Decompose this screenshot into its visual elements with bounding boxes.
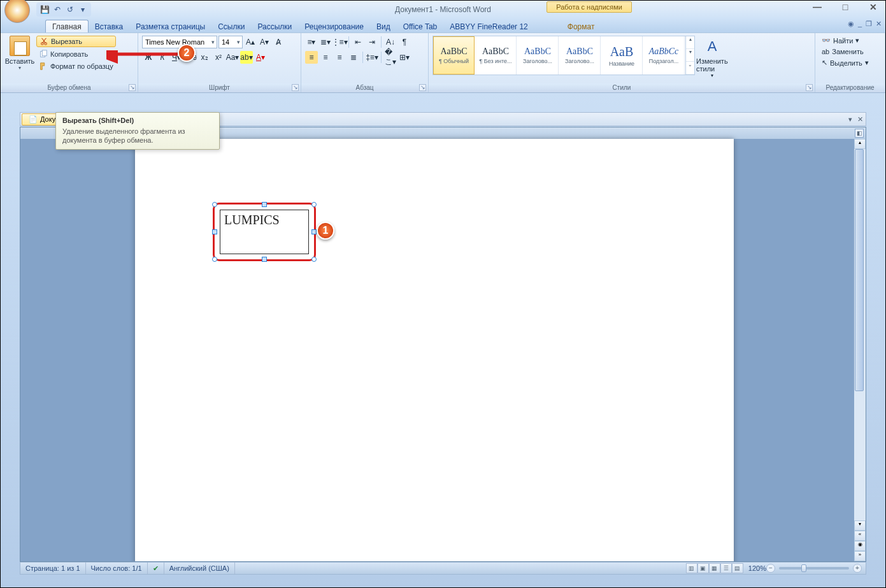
tab-home[interactable]: Главная	[45, 20, 89, 32]
shading-icon[interactable]: �こ▾	[384, 51, 397, 64]
mdi-minimize-icon[interactable]: _	[858, 20, 862, 28]
page[interactable]: LUMPICS	[135, 139, 734, 562]
textbox[interactable]: LUMPICS	[220, 210, 309, 254]
tab-page-layout[interactable]: Разметка страницы	[129, 20, 211, 32]
mdi-restore-icon[interactable]: ❐	[866, 20, 872, 28]
copy-button[interactable]: Копировать	[36, 49, 116, 59]
style-title[interactable]: AaBНазвание	[601, 36, 643, 75]
tabstrip-dropdown-icon[interactable]: ▾	[848, 115, 852, 124]
clear-formatting-icon[interactable]: A̷	[272, 36, 285, 48]
paragraph-dialog-launcher[interactable]: ↘	[419, 84, 426, 91]
textbox-content[interactable]: LUMPICS	[220, 210, 308, 230]
tab-insert[interactable]: Вставка	[89, 20, 130, 32]
replace-button[interactable]: abЗаменить	[819, 47, 871, 56]
vertical-scrollbar[interactable]: ▴ ▾ « ◉ »	[854, 139, 866, 561]
tab-view[interactable]: Вид	[370, 20, 397, 32]
view-web-icon[interactable]: ▦	[709, 563, 720, 573]
maximize-button[interactable]: □	[837, 2, 854, 12]
zoom-level[interactable]: 120%	[748, 564, 766, 572]
redo-icon[interactable]: ↺	[64, 4, 76, 15]
font-color-icon[interactable]: A▾	[254, 51, 267, 64]
view-draft-icon[interactable]: ▤	[732, 563, 743, 573]
gallery-up-icon[interactable]: ▴	[686, 36, 694, 49]
tab-office-tab[interactable]: Office Tab	[397, 20, 444, 32]
tabstrip-close-icon[interactable]: ✕	[857, 115, 863, 124]
paste-icon[interactable]	[10, 36, 30, 56]
find-button[interactable]: 👓Найти▾	[819, 36, 871, 45]
close-button[interactable]: ✕	[865, 2, 882, 12]
line-spacing-icon[interactable]: ‡≡▾	[366, 51, 378, 64]
status-page[interactable]: Страница: 1 из 1	[20, 563, 86, 574]
textbox-selection[interactable]: LUMPICS	[213, 203, 316, 261]
borders-icon[interactable]: ⊞▾	[398, 51, 411, 64]
subscript-icon[interactable]: x₂	[198, 51, 211, 64]
resize-handle[interactable]	[311, 229, 317, 234]
status-word-count[interactable]: Число слов: 1/1	[86, 563, 148, 574]
tab-abbyy[interactable]: ABBYY FineReader 12	[443, 20, 534, 32]
grow-font-icon[interactable]: A▴	[244, 36, 257, 48]
zoom-out-button[interactable]: −	[766, 564, 775, 573]
resize-handle[interactable]	[311, 202, 317, 207]
select-button[interactable]: ↖Выделить▾	[819, 58, 871, 68]
zoom-slider[interactable]	[779, 567, 849, 570]
bullets-icon[interactable]: ≡▾	[305, 36, 318, 48]
align-center-icon[interactable]: ≡	[319, 51, 332, 64]
mdi-close-icon[interactable]: ✕	[876, 20, 882, 28]
tab-review[interactable]: Рецензирование	[298, 20, 370, 32]
browse-object-icon[interactable]: ◉	[854, 541, 866, 551]
paste-button[interactable]: Вставить	[5, 57, 35, 65]
style-heading2[interactable]: AaBbCЗаголово...	[559, 36, 601, 75]
help-icon[interactable]: ◉	[848, 20, 854, 28]
tab-format[interactable]: Формат	[561, 20, 601, 32]
resize-handle[interactable]	[212, 202, 217, 207]
resize-handle[interactable]	[311, 257, 317, 262]
scroll-thumb[interactable]	[855, 149, 864, 391]
ruler-toggle-icon[interactable]: ◧	[855, 129, 864, 138]
resize-handle[interactable]	[262, 257, 267, 262]
next-page-icon[interactable]: »	[854, 551, 866, 561]
status-proofing[interactable]: ✔	[148, 563, 164, 574]
justify-icon[interactable]: ≣	[347, 51, 360, 64]
zoom-in-button[interactable]: +	[853, 564, 862, 573]
status-language[interactable]: Английский (США)	[164, 563, 235, 574]
undo-icon[interactable]: ↶	[52, 4, 63, 15]
view-full-screen-icon[interactable]: ▣	[697, 563, 709, 573]
scroll-down-icon[interactable]: ▾	[854, 520, 866, 531]
format-painter-button[interactable]: Формат по образцу	[36, 61, 116, 71]
change-styles-button[interactable]: A Изменить стили ▾	[695, 36, 729, 80]
numbering-icon[interactable]: ≣▾	[319, 36, 332, 48]
style-normal[interactable]: AaBbC¶ Обычный	[433, 36, 475, 75]
view-print-layout-icon[interactable]: ▥	[686, 563, 697, 573]
view-outline-icon[interactable]: ☰	[720, 563, 732, 573]
increase-indent-icon[interactable]: ⇥	[366, 36, 378, 48]
scroll-up-icon[interactable]: ▴	[854, 139, 866, 149]
zoom-slider-thumb[interactable]	[801, 564, 806, 572]
shrink-font-icon[interactable]: A▾	[258, 36, 271, 48]
style-no-spacing[interactable]: AaBbC¶ Без инте...	[475, 36, 517, 75]
tab-references[interactable]: Ссылки	[211, 20, 251, 32]
resize-handle[interactable]	[212, 229, 217, 234]
decrease-indent-icon[interactable]: ⇤	[352, 36, 364, 48]
show-marks-icon[interactable]: ¶	[398, 36, 411, 48]
styles-dialog-launcher[interactable]: ↘	[806, 84, 813, 91]
prev-page-icon[interactable]: «	[854, 531, 866, 541]
sort-icon[interactable]: A↓	[384, 36, 397, 48]
save-icon[interactable]: 💾	[39, 4, 50, 15]
gallery-more-icon[interactable]: ⌄	[686, 62, 694, 75]
multilevel-icon[interactable]: ⋮≡▾	[333, 36, 346, 48]
resize-handle[interactable]	[262, 202, 267, 207]
align-right-icon[interactable]: ≡	[333, 51, 346, 64]
cut-button[interactable]: Вырезать	[36, 36, 116, 47]
paste-dropdown-icon[interactable]: ▾	[18, 65, 21, 71]
minimize-button[interactable]: —	[809, 2, 825, 12]
resize-handle[interactable]	[212, 257, 217, 262]
gallery-down-icon[interactable]: ▾	[686, 49, 694, 62]
superscript-icon[interactable]: x²	[212, 51, 225, 64]
style-subtitle[interactable]: AaBbCcПодзагол...	[643, 36, 685, 75]
clipboard-dialog-launcher[interactable]: ↘	[129, 84, 136, 91]
font-size-combo[interactable]: 14	[218, 36, 243, 48]
align-left-icon[interactable]: ≡	[305, 51, 318, 64]
font-dialog-launcher[interactable]: ↘	[292, 84, 299, 91]
style-heading1[interactable]: AaBbCЗаголово...	[517, 36, 559, 75]
tab-mailings[interactable]: Рассылки	[251, 20, 298, 32]
